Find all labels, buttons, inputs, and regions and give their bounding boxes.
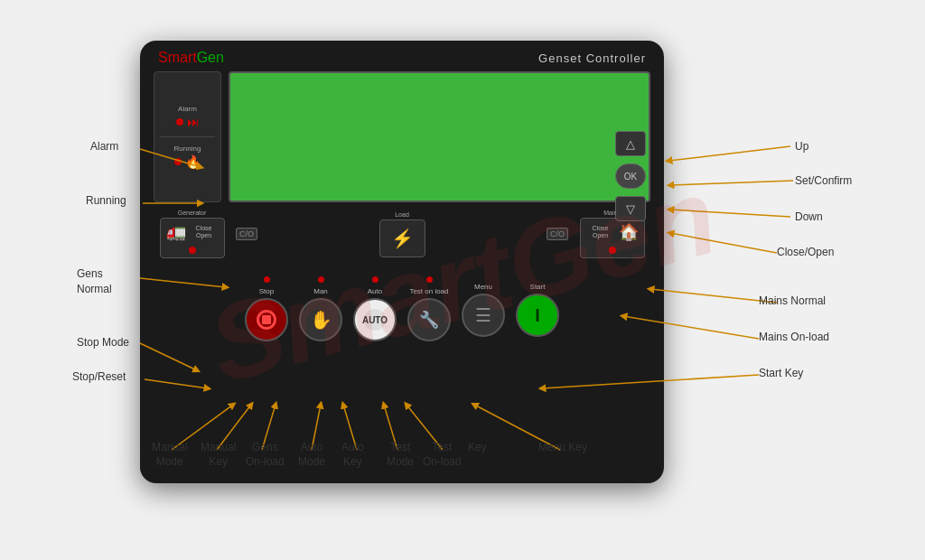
test-onload-key-annotation: Key (468, 441, 487, 455)
generator-contactor: Generator 🚛 Close Open (154, 210, 230, 258)
auto-key-annotation: AutoKey (341, 441, 364, 469)
test-group: Test on load 🔧 (407, 276, 451, 341)
auto-icon: AUTO (364, 309, 386, 331)
controller-panel: SmartGen Genset Controller Alarm ⏭ Runni… (140, 41, 664, 483)
lcd-display (229, 71, 650, 202)
svg-line-13 (650, 289, 777, 303)
mains-icon: 🏠 (619, 222, 639, 242)
test-label: Test on load (409, 287, 448, 295)
middle-section: Generator 🚛 Close Open C/O Load ⚡ C/O Ma… (140, 202, 664, 266)
menu-button[interactable]: ☰ (462, 294, 505, 337)
start-button[interactable]: I (516, 294, 559, 337)
alarm-label: Alarm (160, 105, 215, 113)
running-icons: 🔥 (160, 154, 215, 169)
generator-icon: 🚛 (166, 222, 186, 242)
start-group: Start I (516, 281, 559, 337)
start-icon: I (535, 305, 540, 326)
load-group: Load ⚡ (263, 211, 541, 257)
stop-indicator (264, 276, 270, 283)
alarm-annotation: Alarm (90, 140, 118, 153)
alarm-red-dot (176, 118, 183, 126)
auto-label: Auto (368, 287, 382, 295)
alarm-icons: ⏭ (160, 115, 215, 129)
test-icon: 🔧 (419, 310, 439, 330)
manual-key-annotation: ManualKey (201, 441, 236, 469)
svg-line-17 (670, 181, 793, 185)
start-label: Start (530, 283, 546, 291)
generator-box: 🚛 Close Open (160, 218, 225, 258)
mains-co-button[interactable]: C/O (547, 228, 568, 240)
test-button[interactable]: 🔧 (407, 298, 451, 341)
brand-smart: Smart (158, 50, 197, 65)
stop-mode-annotation: Stop Mode (77, 336, 129, 349)
running-indicator: Running 🔥 (160, 145, 215, 169)
svg-line-19 (670, 233, 777, 253)
alarm-indicator: Alarm ⏭ (160, 105, 215, 129)
stop-mode-label: Stop (259, 287, 274, 295)
gens-onload-annotation: GensOn-load (246, 441, 285, 469)
mains-onload-annotation: Mains On-load (759, 331, 829, 343)
auto-indicator (372, 276, 378, 283)
menu-group: Menu ☰ (462, 281, 505, 337)
stop-reset-annotation: Stop/Reset (72, 370, 126, 383)
start-key-annotation: Start Key (759, 367, 803, 379)
mains-normal-annotation: Mains Normal (759, 294, 826, 307)
gen-co-label: Close Open (190, 225, 219, 240)
manual-mode-annotation: ManualMode (152, 441, 187, 469)
manual-indicator (318, 276, 324, 283)
brand-gen: Gen (197, 50, 224, 65)
ok-button[interactable]: OK (615, 163, 646, 189)
hand-icon: ✋ (310, 309, 332, 331)
test-mode-annotation: TestMode (387, 441, 414, 469)
panel-title: Genset Controller (538, 51, 646, 65)
generator-inner: 🚛 Close Open (166, 222, 219, 242)
indicators-panel: Alarm ⏭ Running 🔥 (154, 71, 221, 202)
panel-header: SmartGen Genset Controller (140, 41, 664, 71)
mains-co-indicator (609, 247, 616, 254)
nav-buttons: △ OK ▽ (615, 131, 646, 221)
svg-line-16 (668, 146, 790, 161)
generator-label: Generator (178, 210, 207, 216)
gen-co-button[interactable]: C/O (236, 228, 257, 240)
stop-button[interactable] (245, 298, 288, 341)
up-button[interactable]: △ (615, 131, 646, 156)
up-annotation: Up (795, 140, 808, 153)
man-label: Man (313, 287, 328, 295)
gen-co-indicator (189, 247, 196, 254)
running-red-dot (174, 158, 182, 165)
stop-icon (257, 310, 276, 330)
auto-button[interactable]: AUTO (353, 298, 397, 341)
buttons-row: Stop Man ✋ Auto AUTO Test on load (140, 266, 664, 349)
alarm-icon: ⏭ (187, 115, 200, 129)
running-label: Running (160, 145, 215, 153)
down-annotation: Down (795, 210, 823, 223)
indicator-divider (160, 136, 215, 137)
manual-group: Man ✋ (299, 276, 342, 341)
down-button[interactable]: ▽ (615, 196, 646, 221)
running-icon: 🔥 (185, 154, 201, 169)
menu-key-annotation: Menu Key (538, 441, 587, 455)
auto-group: Auto AUTO (353, 276, 397, 341)
test-onload-annotation: TestOn-load (423, 441, 462, 469)
set-confirm-annotation: Set/Confirm (795, 174, 852, 187)
menu-label: Menu (474, 283, 492, 291)
auto-mode-annotation: AutoMode (298, 441, 325, 469)
stop-group: Stop (245, 276, 288, 341)
running-annotation: Running (86, 194, 126, 207)
svg-line-18 (670, 210, 790, 217)
load-box: ⚡ (379, 219, 425, 257)
load-label: Load (395, 211, 409, 218)
test-indicator (426, 276, 433, 283)
brand-logo: SmartGen (158, 50, 224, 66)
gens-normal-annotation: GensNormal (77, 266, 112, 297)
mains-box: Close Open 🏠 (580, 218, 645, 258)
menu-icon: ☰ (475, 304, 491, 326)
mains-co-label: Close Open (586, 225, 615, 240)
manual-button[interactable]: ✋ (299, 298, 342, 341)
close-open-annotation: Close/Open (777, 246, 834, 258)
mains-inner: Close Open 🏠 (586, 222, 639, 242)
display-section: Alarm ⏭ Running 🔥 (140, 71, 664, 202)
